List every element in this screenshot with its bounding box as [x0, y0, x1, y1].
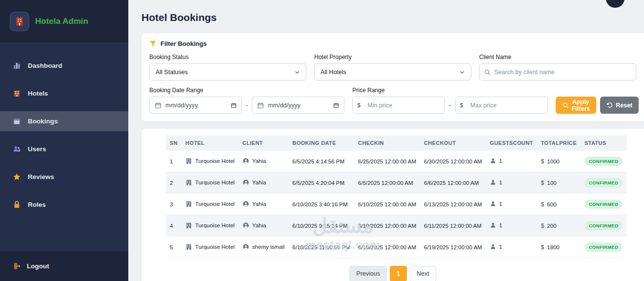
cell-guests: 1 [486, 194, 537, 215]
filter-row-2: Booking Date Range mm/dd/yyyy - mm/dd/yy… [149, 87, 636, 114]
reset-label: Reset [616, 102, 632, 109]
column-header-guestscount: GUESTSCOUNT [486, 135, 537, 151]
person-icon [490, 243, 496, 250]
sidebar-item-label: Bookings [28, 118, 58, 125]
cell-guests: 1 [486, 237, 537, 258]
building-icon [185, 222, 192, 229]
filter-panel: Filter Bookings Booking Status All Statu… [141, 33, 644, 121]
cell-hotel: Turquoise Hotel [181, 172, 239, 194]
booking-status-value: All Statuses [156, 69, 188, 76]
status-badge: CONFIRMED [584, 200, 623, 209]
cell-total-price: $1000 [537, 151, 581, 172]
table-row: 1Turquoise HotelYahia6/5/2025 4:14:56 PM… [166, 151, 626, 172]
cell-client: shemy ismail [239, 237, 288, 258]
cell-checkin: 6/5/2025 12:00:00 AM [354, 172, 420, 194]
cell-total-price: $600 [537, 194, 581, 215]
date-to-value: mm/dd/yyyy [268, 102, 329, 109]
column-header-checkin: CHECKIN [354, 135, 420, 151]
person-circle-icon [242, 243, 249, 250]
hotel-property-label: Hotel Property [314, 54, 471, 60]
cell-checkin: 6/10/2025 12:00:00 AM [354, 215, 420, 237]
reset-button[interactable]: Reset [600, 97, 639, 114]
column-header-client: CLIENT [239, 135, 288, 151]
calendar-icon [257, 102, 264, 109]
status-badge: CONFIRMED [584, 157, 623, 166]
sidebar-item-roles[interactable]: Roles [0, 195, 128, 215]
cell-checkin: 6/10/2025 12:00:00 AM [354, 237, 420, 258]
logout-button[interactable]: Logout [0, 251, 128, 281]
column-header-hotel: HOTEL [181, 135, 239, 151]
status-badge: CONFIRMED [584, 242, 623, 252]
date-picker-icon[interactable] [333, 102, 339, 108]
client-name-input[interactable] [479, 63, 636, 80]
range-separator: - [449, 101, 451, 109]
column-header-status: STATUS [581, 135, 626, 151]
sidebar-item-reviews[interactable]: Reviews [0, 167, 128, 187]
cell-client: Yahia [239, 172, 288, 194]
table-row: 3Turquoise HotelYahia6/10/2025 3:40:16 P… [166, 194, 626, 215]
table-body: 1Turquoise HotelYahia6/5/2025 4:14:56 PM… [166, 151, 626, 258]
pagination-next[interactable]: Next [410, 266, 436, 281]
person-circle-icon [242, 222, 249, 229]
person-icon [490, 158, 496, 164]
cell-booking-date: 6/10/2025 3:40:16 PM [288, 194, 354, 215]
filter-title-text: Filter Bookings [161, 40, 207, 47]
column-header-booking-date: BOOKING DATE [288, 135, 354, 151]
chevron-down-icon [294, 69, 300, 75]
cell-guests: 1 [486, 151, 537, 172]
cell-status: CONFIRMED [581, 194, 626, 215]
search-icon [484, 69, 491, 76]
pagination-previous[interactable]: Previous [349, 266, 387, 281]
sidebar-item-label: Reviews [28, 173, 54, 181]
cell-sn: 5 [166, 237, 181, 258]
table-row: 2Turquoise HotelYahia6/5/2025 4:20:04 PM… [166, 172, 626, 194]
date-picker-icon[interactable] [231, 102, 237, 108]
users-icon [13, 145, 21, 153]
page-title: Hotel Bookings [141, 12, 644, 23]
dollar-icon: $ [541, 222, 544, 229]
logout-icon [13, 262, 21, 270]
hotel-property-select[interactable]: All Hotels [314, 63, 471, 80]
cell-sn: 3 [166, 194, 181, 215]
person-circle-icon [242, 179, 249, 186]
sidebar-item-bookings[interactable]: Bookings [0, 111, 128, 131]
reset-icon [606, 102, 613, 108]
date-range-label: Booking Date Range [149, 87, 344, 94]
booking-status-label: Booking Status [149, 54, 306, 60]
pagination-page-1[interactable]: 1 [390, 266, 407, 281]
search-icon [562, 102, 569, 109]
date-from-value: mm/dd/yyyy [165, 102, 227, 109]
column-header-totalprice: TOTALPRICE [537, 135, 581, 151]
sidebar-item-hotels[interactable]: Hotels [0, 83, 128, 103]
sidebar-item-dashboard[interactable]: Dashboard [0, 56, 128, 76]
cell-client: Yahia [239, 151, 288, 172]
cell-sn: 4 [166, 215, 181, 237]
calendar-icon [155, 102, 161, 109]
brand[interactable]: Hotela Admin [0, 0, 128, 43]
cell-booking-date: 6/10/2025 9:15:34 PM [288, 215, 354, 237]
date-from-input[interactable]: mm/dd/yyyy [149, 97, 242, 114]
dollar-icon: $ [541, 158, 544, 165]
cell-client: Yahia [239, 215, 288, 237]
sidebar-item-label: Hotels [28, 90, 48, 97]
cell-checkout: 6/19/2025 12:00:00 AM [420, 237, 486, 258]
building-icon [185, 201, 192, 207]
cell-hotel: Turquoise Hotel [181, 194, 239, 215]
apply-filters-button[interactable]: Apply Filters [556, 97, 597, 114]
max-price-input[interactable] [455, 97, 548, 114]
brand-name: Hotela Admin [35, 17, 88, 26]
min-price-wrap: $ [352, 97, 445, 114]
cell-status: CONFIRMED [581, 237, 626, 258]
cell-checkout: 6/30/2025 12:00:00 AM [420, 151, 486, 172]
cell-hotel: Turquoise Hotel [181, 237, 239, 258]
cell-guests: 1 [486, 215, 537, 237]
cell-hotel: Turquoise Hotel [181, 215, 239, 237]
date-to-input[interactable]: mm/dd/yyyy [252, 97, 344, 114]
cell-total-price: $1800 [537, 237, 581, 258]
sidebar-item-users[interactable]: Users [0, 139, 128, 159]
user-avatar[interactable] [606, 0, 624, 8]
booking-status-select[interactable]: All Statuses [149, 63, 306, 80]
cell-sn: 2 [166, 172, 181, 194]
hotel-icon [13, 89, 21, 98]
min-price-input[interactable] [352, 97, 445, 114]
